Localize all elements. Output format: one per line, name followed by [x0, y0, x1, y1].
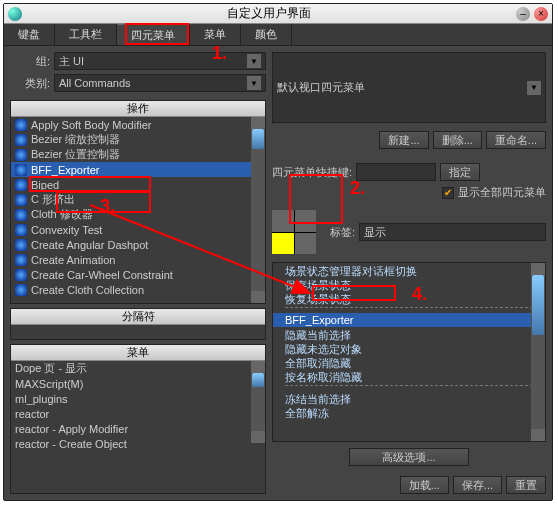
- list-item[interactable]: C 形挤出: [11, 192, 265, 207]
- list-item[interactable]: reactor: [11, 406, 265, 421]
- action-icon: [15, 254, 27, 266]
- tab-keyboard[interactable]: 键盘: [4, 24, 55, 45]
- chevron-down-icon: ▼: [247, 76, 261, 90]
- menu-item[interactable]: [285, 385, 533, 389]
- action-icon: [15, 239, 27, 251]
- action-icon: [15, 284, 27, 296]
- list-item[interactable]: MAXScript(M): [11, 376, 265, 391]
- show-all-checkbox[interactable]: ✔: [442, 187, 454, 199]
- tab-bar: 键盘 工具栏 四元菜单 菜单 颜色: [4, 24, 552, 46]
- list-item[interactable]: Dope 页 - 显示: [11, 361, 265, 376]
- list-item-label: Bezier 缩放控制器: [31, 132, 120, 147]
- menus-list[interactable]: Dope 页 - 显示MAXScript(M)ml_pluginsreactor…: [11, 361, 265, 443]
- rename-button[interactable]: 重命名...: [486, 131, 546, 149]
- list-item[interactable]: Create Cloth Collection: [11, 282, 265, 297]
- menu-item[interactable]: 全部解冻: [273, 405, 545, 419]
- tab-menu[interactable]: 菜单: [190, 24, 241, 45]
- quad-items-list[interactable]: 场景状态管理器对话框切换保存场景状态恢复场景状态BFF_Exporter隐藏当前…: [272, 262, 546, 442]
- show-all-label: 显示全部四元菜单: [458, 185, 546, 200]
- hotkey-input[interactable]: [356, 163, 436, 181]
- save-button[interactable]: 保存...: [453, 476, 502, 494]
- scroll-up-icon[interactable]: [251, 117, 265, 129]
- list-item-label: Create Cloth Collection: [31, 284, 144, 296]
- menu-item[interactable]: 按名称取消隐藏: [273, 369, 545, 383]
- quad-bl[interactable]: [272, 233, 294, 255]
- scroll-down-icon[interactable]: [251, 431, 265, 443]
- list-item[interactable]: Biped: [11, 177, 265, 192]
- scroll-down-icon[interactable]: [531, 429, 545, 441]
- scroll-up-icon[interactable]: [531, 263, 545, 275]
- menu-item[interactable]: 隐藏未选定对象: [273, 341, 545, 355]
- quad-selector[interactable]: [272, 210, 316, 254]
- list-item[interactable]: ml_plugins: [11, 391, 265, 406]
- scrollbar[interactable]: [251, 361, 265, 443]
- action-icon: [15, 119, 27, 131]
- list-item-label: Bezier 位置控制器: [31, 147, 120, 162]
- quad-br[interactable]: [295, 233, 317, 255]
- group-label: 组:: [10, 54, 50, 69]
- app-icon: [8, 7, 22, 21]
- tag-label: 标签:: [330, 225, 355, 240]
- assign-button[interactable]: 指定: [440, 163, 480, 181]
- operations-header: 操作: [11, 101, 265, 117]
- menu-item[interactable]: 恢复场景状态: [273, 291, 545, 305]
- menu-item[interactable]: 冻结当前选择: [273, 391, 545, 405]
- action-icon: [15, 134, 27, 146]
- category-select[interactable]: All Commands ▼: [54, 74, 266, 92]
- tab-quadmenu[interactable]: 四元菜单: [117, 24, 190, 45]
- list-item[interactable]: reactor - Create Object: [11, 436, 265, 451]
- menu-item[interactable]: [285, 307, 533, 311]
- hotkey-label: 四元菜单快捷键:: [272, 165, 352, 180]
- quad-tl[interactable]: [272, 210, 294, 232]
- scrollbar[interactable]: [531, 263, 545, 441]
- tab-color[interactable]: 颜色: [241, 24, 292, 45]
- list-item-label: Cloth 修改器: [31, 207, 93, 222]
- scroll-thumb[interactable]: [252, 129, 264, 149]
- list-item[interactable]: Create Car-Wheel Constraint: [11, 267, 265, 282]
- chevron-down-icon: ▼: [247, 54, 261, 68]
- tag-input[interactable]: [359, 223, 546, 241]
- menu-item[interactable]: 隐藏当前选择: [273, 327, 545, 341]
- list-item[interactable]: BFF_Exporter: [11, 162, 265, 177]
- tab-toolbar[interactable]: 工具栏: [55, 24, 117, 45]
- scroll-down-icon[interactable]: [251, 291, 265, 303]
- operations-list[interactable]: Apply Soft Body ModifierBezier 缩放控制器Bezi…: [11, 117, 265, 303]
- separator-list[interactable]: [11, 325, 265, 339]
- list-item[interactable]: Create Angular Dashpot: [11, 237, 265, 252]
- separator-header: 分隔符: [11, 309, 265, 325]
- list-item-label: Apply Soft Body Modifier: [31, 119, 151, 131]
- list-item-label: Biped: [31, 179, 59, 191]
- delete-button[interactable]: 删除...: [433, 131, 482, 149]
- list-item[interactable]: Bezier 缩放控制器: [11, 132, 265, 147]
- menus-header: 菜单: [11, 345, 265, 361]
- scroll-up-icon[interactable]: [251, 361, 265, 373]
- menu-item[interactable]: 全部取消隐藏: [273, 355, 545, 369]
- list-item[interactable]: Bezier 位置控制器: [11, 147, 265, 162]
- load-button[interactable]: 加载...: [400, 476, 449, 494]
- list-item[interactable]: Cloth 修改器: [11, 207, 265, 222]
- scroll-thumb[interactable]: [532, 275, 544, 335]
- scrollbar[interactable]: [251, 117, 265, 303]
- list-item[interactable]: Create Animation: [11, 252, 265, 267]
- action-icon: [15, 209, 27, 221]
- advanced-button[interactable]: 高级选项...: [349, 448, 469, 466]
- list-item[interactable]: reactor - Apply Modifier: [11, 421, 265, 436]
- close-button[interactable]: ×: [534, 7, 548, 21]
- titlebar[interactable]: 自定义用户界面 – ×: [4, 4, 552, 24]
- reset-button[interactable]: 重置: [506, 476, 546, 494]
- scroll-thumb[interactable]: [252, 373, 264, 387]
- quad-tr[interactable]: [295, 210, 317, 232]
- menu-item[interactable]: 保存场景状态: [273, 277, 545, 291]
- category-value: All Commands: [59, 77, 131, 89]
- category-label: 类别:: [10, 76, 50, 91]
- menu-item[interactable]: 场景状态管理器对话框切换: [273, 263, 545, 277]
- list-item[interactable]: Convexity Test: [11, 222, 265, 237]
- minimize-button[interactable]: –: [516, 7, 530, 21]
- group-select[interactable]: 主 UI ▼: [54, 52, 266, 70]
- list-item[interactable]: Apply Soft Body Modifier: [11, 117, 265, 132]
- quadmenu-select[interactable]: 默认视口四元菜单 ▼: [272, 52, 546, 123]
- new-button[interactable]: 新建...: [379, 131, 428, 149]
- customize-ui-window: 自定义用户界面 – × 键盘 工具栏 四元菜单 菜单 颜色 组: 主 UI ▼ …: [3, 3, 553, 501]
- separator-panel: 分隔符: [10, 308, 266, 340]
- menu-item[interactable]: BFF_Exporter: [273, 313, 545, 327]
